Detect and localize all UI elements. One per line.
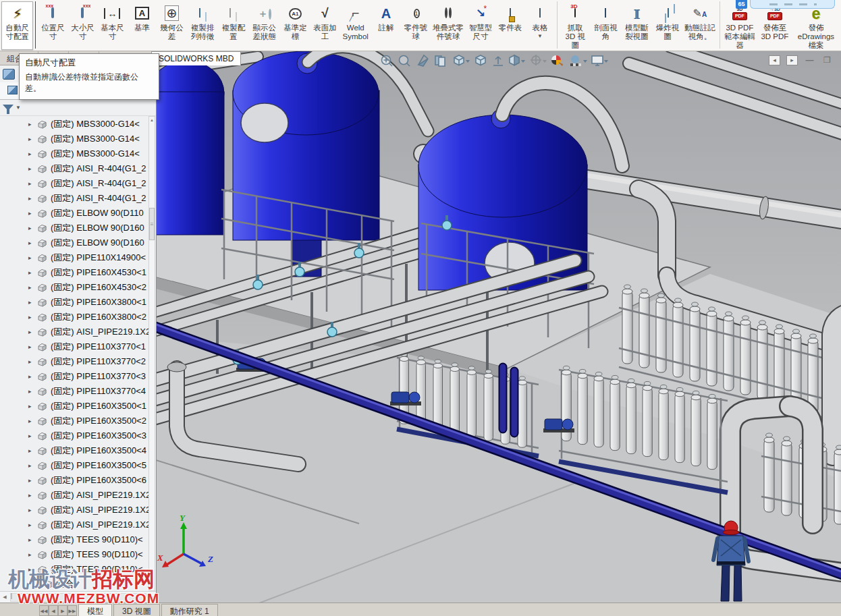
expand-arrow-icon[interactable]: ▸ — [28, 121, 34, 128]
scroll-down-icon[interactable]: ▼ — [149, 584, 155, 590]
tree-item[interactable]: ▸ (固定) MBS3000-G14< — [0, 146, 156, 161]
tab-solidworks-mbd[interactable]: SOLIDWORKS MBD — [151, 51, 241, 65]
ribbon-button[interactable]: 零件表 — [495, 1, 525, 50]
tree-item[interactable]: ▸ (固定) AISI_R-404(G1_2 — [0, 161, 156, 176]
expand-arrow-icon[interactable]: ▸ — [28, 373, 34, 380]
bottom-tab[interactable]: 動作研究 1 — [161, 604, 218, 616]
ribbon-button[interactable]: 註解 — [371, 1, 401, 50]
tree-item[interactable]: ▸ (固定) PIPE160X3500<2 — [0, 414, 156, 428]
tree-item[interactable]: ▸ (固定) AISI_PIPE219.1X2 — [0, 503, 156, 517]
tree-item[interactable]: ▸ (固定) PIPE110X3770<4 — [0, 384, 156, 399]
minimize-icon[interactable]: — — [804, 55, 815, 65]
ribbon-button[interactable]: 基本尺寸 — [97, 1, 127, 50]
ribbon-button[interactable]: 智慧型尺寸 — [466, 1, 495, 50]
tree-item[interactable]: ▸ (固定) MBS3000-G14< — [0, 132, 156, 146]
expand-arrow-icon[interactable]: ▸ — [28, 403, 34, 410]
tree-item[interactable]: ▸ (固定) ELBOW 90(D160 — [0, 221, 156, 235]
expand-arrow-icon[interactable]: ▸ — [28, 343, 34, 350]
expand-arrow-icon[interactable]: ▸ — [28, 388, 34, 395]
expand-arrow-icon[interactable]: ▸ — [28, 225, 34, 231]
tree-item[interactable]: ▸ (固定) PIPE110X3770<2 — [0, 354, 156, 369]
tree-item[interactable]: ▸ (固定) PIPE160X4530<1 — [0, 265, 156, 280]
ribbon-button[interactable]: 大小尺寸 — [67, 1, 97, 50]
tree-item[interactable]: ▸ (固定) PIPE160X3500<4 — [0, 443, 156, 458]
expand-arrow-icon[interactable]: ▸ — [28, 477, 34, 484]
expand-arrow-icon[interactable]: ▸ — [28, 551, 34, 558]
tree-horizontal-scrollbar[interactable]: ◀ ▶ — [0, 591, 157, 603]
tree-item[interactable]: ▸ (固定) ELBOW 90(D160 — [0, 235, 156, 250]
view-settings-icon[interactable] — [592, 56, 608, 65]
overlay-badge[interactable]: 65 — [736, 0, 747, 9]
filter-caret-icon[interactable]: ▼ — [16, 105, 21, 111]
tree-item[interactable]: ▸ (固定) TEES 90(D110)< — [0, 547, 156, 562]
scroll-right-icon[interactable]: ▶ — [147, 594, 157, 600]
tree-item[interactable]: ▸ (固定) AISI_PIPE219.1X2 — [0, 325, 156, 339]
section-view-icon[interactable] — [418, 55, 428, 66]
ribbon-button[interactable]: 表格 ▼ — [525, 1, 555, 50]
expand-arrow-icon[interactable]: ▸ — [28, 447, 34, 454]
ribbon-button[interactable]: 位置尺寸 — [38, 1, 67, 50]
ribbon-button[interactable]: 基準定標 — [280, 1, 310, 50]
ribbon-button[interactable]: 堆疊式零件號球 — [431, 1, 466, 50]
bottom-tab[interactable]: 模型 — [78, 604, 112, 616]
expand-arrow-icon[interactable]: ▸ — [28, 269, 34, 276]
hscrollbar-thumb[interactable] — [11, 593, 12, 599]
graphics-viewport[interactable]: .po{fill:none;stroke:#46484a;stroke-line… — [157, 51, 841, 603]
ribbon-button[interactable]: 自動尺寸配置 — [1, 1, 33, 50]
overlay-pill[interactable] — [750, 0, 835, 9]
last-tab-icon[interactable]: ▶▶ — [67, 605, 77, 616]
restore-icon[interactable]: ❐ — [821, 55, 833, 65]
hide-show-items-icon[interactable] — [531, 55, 547, 65]
tree-item[interactable]: ▸ (固定) AISI_PIPE219.1X2 — [0, 517, 156, 532]
ribbon-button[interactable]: 抓取 3D 視圖 — [560, 1, 591, 50]
tree-item[interactable]: ▸ 結合 — [0, 577, 156, 592]
tree-item[interactable]: ▸ (固定) PIPE110X3770<1 — [0, 339, 156, 354]
tree-item[interactable]: ▸ (固定) PIPE110X3770<3 — [0, 369, 156, 384]
normal-to-icon[interactable] — [493, 57, 503, 65]
tree-item[interactable]: ▸ (固定) PIPE160X4530<2 — [0, 280, 156, 295]
ribbon-button[interactable]: Weld Symbol — [340, 1, 371, 50]
expand-arrow-icon[interactable]: ▸ — [28, 536, 34, 543]
ribbon-button[interactable]: 爆炸視圖 — [653, 1, 682, 50]
ribbon-button[interactable]: 模型斷裂視圖 — [620, 1, 652, 50]
ribbon-button[interactable]: 複製排列特徵 — [186, 1, 218, 50]
ribbon-button[interactable]: 表面加工 — [310, 1, 340, 50]
apply-scene-icon[interactable] — [570, 55, 587, 66]
expand-arrow-icon[interactable]: ▸ — [28, 522, 34, 528]
expand-arrow-icon[interactable]: ▸ — [28, 165, 34, 172]
expand-arrow-icon[interactable]: ▸ — [28, 492, 34, 499]
view-orientation-icon[interactable] — [454, 55, 470, 65]
expand-arrow-icon[interactable]: ▸ — [28, 418, 34, 424]
tree-item[interactable]: ▸ (固定) PIPE160X3800<2 — [0, 310, 156, 325]
tree-item[interactable]: ▸ (固定) TEES 90(D110)< — [0, 532, 156, 547]
expand-arrow-icon[interactable]: ▸ — [28, 254, 34, 261]
isometric-view-icon[interactable] — [476, 55, 485, 65]
ribbon-button[interactable]: 複製配置 — [219, 1, 248, 50]
annotation-view-icon[interactable] — [435, 56, 445, 66]
tree-item[interactable]: ▸ (固定) PIPE160X3800<1 — [0, 295, 156, 310]
expand-arrow-icon[interactable]: ▸ — [28, 432, 34, 439]
expand-arrow-icon[interactable]: ▸ — [28, 314, 34, 320]
expand-arrow-icon[interactable]: ▸ — [28, 462, 34, 469]
zoom-to-fit-icon[interactable] — [382, 56, 393, 67]
expand-arrow-icon[interactable]: ▸ — [28, 136, 34, 142]
tree-item[interactable]: ▸ (固定) ELBOW 90(D110 — [0, 206, 156, 221]
expand-arrow-icon[interactable]: ▸ — [28, 299, 34, 306]
expand-arrow-icon[interactable]: ▸ — [28, 329, 34, 335]
filter-icon[interactable] — [3, 105, 13, 111]
tree-item[interactable]: ▸ (固定) AISI_PIPE219.1X2 — [0, 488, 156, 503]
ribbon-button[interactable]: 幾何公差 — [157, 1, 186, 50]
tree-item[interactable]: ▸ (固定) PIPE160X3500<6 — [0, 473, 156, 488]
scrollbar-thumb[interactable] — [149, 208, 155, 240]
expand-arrow-icon[interactable]: ▸ — [28, 566, 34, 573]
tree-item[interactable]: ▸ (固定) MBS3000-G14< — [0, 117, 156, 132]
ribbon-button[interactable]: 零件號球 — [401, 1, 431, 50]
tree-item[interactable]: ▸ (固定) PIPE160X3500<1 — [0, 399, 156, 414]
display-style-icon[interactable] — [510, 55, 525, 65]
tree-item[interactable]: ▸ (固定) AISI_R-404(G1_2 — [0, 176, 156, 191]
ribbon-button[interactable]: 動態註記視角。 — [682, 1, 717, 50]
ribbon-button[interactable]: 基準 — [127, 1, 157, 50]
expand-arrow-icon[interactable]: ▸ — [28, 150, 34, 157]
ribbon-button[interactable]: 顯示公差狀態 — [248, 1, 280, 50]
expand-arrow-icon[interactable]: ▸ — [28, 507, 34, 513]
